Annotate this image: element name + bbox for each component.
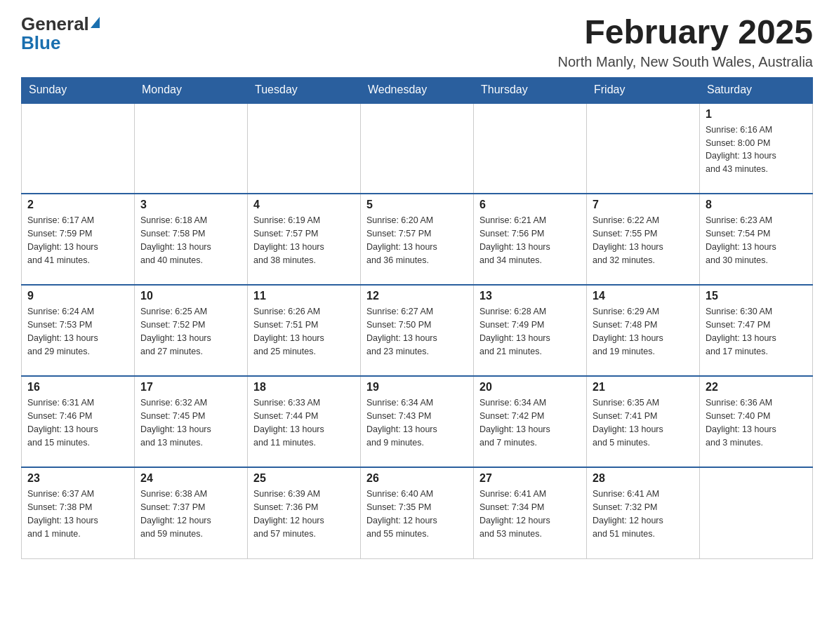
day-cell-1: 1Sunrise: 6:16 AM Sunset: 8:00 PM Daylig… <box>700 102 813 194</box>
empty-cell <box>700 467 813 558</box>
calendar-title: February 2025 <box>558 14 813 51</box>
day-number-18: 18 <box>253 381 355 394</box>
day-number-9: 9 <box>27 290 128 302</box>
day-info-14: Sunrise: 6:29 AM Sunset: 7:48 PM Dayligh… <box>593 305 694 358</box>
day-number-8: 8 <box>706 199 807 211</box>
empty-cell <box>361 102 474 194</box>
day-cell-28: 28Sunrise: 6:41 AM Sunset: 7:32 PM Dayli… <box>587 467 700 558</box>
week-row-4: 16Sunrise: 6:31 AM Sunset: 7:46 PM Dayli… <box>22 376 813 467</box>
day-number-24: 24 <box>140 472 241 485</box>
week-row-5: 23Sunrise: 6:37 AM Sunset: 7:38 PM Dayli… <box>22 467 813 558</box>
calendar-subtitle: North Manly, New South Wales, Australia <box>558 54 813 70</box>
day-cell-2: 2Sunrise: 6:17 AM Sunset: 7:59 PM Daylig… <box>22 194 135 285</box>
day-cell-18: 18Sunrise: 6:33 AM Sunset: 7:44 PM Dayli… <box>248 376 361 467</box>
logo-blue-text: Blue <box>21 33 100 53</box>
weekday-header-saturday: Saturday <box>700 77 813 102</box>
logo-triangle-icon <box>91 17 100 28</box>
day-number-4: 4 <box>253 199 355 211</box>
day-number-10: 10 <box>140 290 241 302</box>
day-info-10: Sunrise: 6:25 AM Sunset: 7:52 PM Dayligh… <box>140 305 241 358</box>
day-cell-9: 9Sunrise: 6:24 AM Sunset: 7:53 PM Daylig… <box>22 285 135 376</box>
day-number-3: 3 <box>140 199 241 211</box>
day-cell-25: 25Sunrise: 6:39 AM Sunset: 7:36 PM Dayli… <box>248 467 361 558</box>
day-number-2: 2 <box>27 199 128 211</box>
day-cell-22: 22Sunrise: 6:36 AM Sunset: 7:40 PM Dayli… <box>700 376 813 467</box>
day-cell-23: 23Sunrise: 6:37 AM Sunset: 7:38 PM Dayli… <box>22 467 135 558</box>
empty-cell <box>587 102 700 194</box>
day-number-14: 14 <box>593 290 694 302</box>
day-info-5: Sunrise: 6:20 AM Sunset: 7:57 PM Dayligh… <box>366 214 468 267</box>
day-number-12: 12 <box>366 290 468 302</box>
day-number-6: 6 <box>479 199 581 211</box>
day-cell-24: 24Sunrise: 6:38 AM Sunset: 7:37 PM Dayli… <box>135 467 248 558</box>
day-cell-13: 13Sunrise: 6:28 AM Sunset: 7:49 PM Dayli… <box>474 285 587 376</box>
week-row-2: 2Sunrise: 6:17 AM Sunset: 7:59 PM Daylig… <box>22 194 813 285</box>
day-info-15: Sunrise: 6:30 AM Sunset: 7:47 PM Dayligh… <box>706 305 807 358</box>
day-info-22: Sunrise: 6:36 AM Sunset: 7:40 PM Dayligh… <box>706 396 807 449</box>
day-number-21: 21 <box>593 381 694 394</box>
day-number-23: 23 <box>27 472 128 485</box>
day-number-20: 20 <box>479 381 581 394</box>
day-info-21: Sunrise: 6:35 AM Sunset: 7:41 PM Dayligh… <box>593 396 694 449</box>
day-info-1: Sunrise: 6:16 AM Sunset: 8:00 PM Dayligh… <box>706 123 807 176</box>
day-info-20: Sunrise: 6:34 AM Sunset: 7:42 PM Dayligh… <box>479 396 581 449</box>
day-number-5: 5 <box>366 199 468 211</box>
day-cell-5: 5Sunrise: 6:20 AM Sunset: 7:57 PM Daylig… <box>361 194 474 285</box>
weekday-header-tuesday: Tuesday <box>248 77 361 102</box>
day-number-13: 13 <box>479 290 581 302</box>
day-info-6: Sunrise: 6:21 AM Sunset: 7:56 PM Dayligh… <box>479 214 581 267</box>
day-number-28: 28 <box>593 472 694 485</box>
day-cell-7: 7Sunrise: 6:22 AM Sunset: 7:55 PM Daylig… <box>587 194 700 285</box>
day-info-19: Sunrise: 6:34 AM Sunset: 7:43 PM Dayligh… <box>366 396 468 449</box>
day-info-2: Sunrise: 6:17 AM Sunset: 7:59 PM Dayligh… <box>27 214 128 267</box>
day-info-8: Sunrise: 6:23 AM Sunset: 7:54 PM Dayligh… <box>706 214 807 267</box>
weekday-header-monday: Monday <box>135 77 248 102</box>
day-info-11: Sunrise: 6:26 AM Sunset: 7:51 PM Dayligh… <box>253 305 355 358</box>
day-cell-4: 4Sunrise: 6:19 AM Sunset: 7:57 PM Daylig… <box>248 194 361 285</box>
day-info-3: Sunrise: 6:18 AM Sunset: 7:58 PM Dayligh… <box>140 214 241 267</box>
day-number-1: 1 <box>706 108 807 121</box>
empty-cell <box>474 102 587 194</box>
logo-general-text: General <box>21 14 89 34</box>
day-info-25: Sunrise: 6:39 AM Sunset: 7:36 PM Dayligh… <box>253 488 355 540</box>
weekday-header-sunday: Sunday <box>22 77 135 102</box>
week-row-3: 9Sunrise: 6:24 AM Sunset: 7:53 PM Daylig… <box>22 285 813 376</box>
empty-cell <box>248 102 361 194</box>
day-info-18: Sunrise: 6:33 AM Sunset: 7:44 PM Dayligh… <box>253 396 355 449</box>
empty-cell <box>22 102 135 194</box>
day-number-26: 26 <box>366 472 468 485</box>
day-number-11: 11 <box>253 290 355 302</box>
day-number-22: 22 <box>706 381 807 394</box>
weekday-header-friday: Friday <box>587 77 700 102</box>
day-info-23: Sunrise: 6:37 AM Sunset: 7:38 PM Dayligh… <box>27 488 128 540</box>
day-cell-27: 27Sunrise: 6:41 AM Sunset: 7:34 PM Dayli… <box>474 467 587 558</box>
day-info-7: Sunrise: 6:22 AM Sunset: 7:55 PM Dayligh… <box>593 214 694 267</box>
day-number-19: 19 <box>366 381 468 394</box>
weekday-header-wednesday: Wednesday <box>361 77 474 102</box>
day-cell-14: 14Sunrise: 6:29 AM Sunset: 7:48 PM Dayli… <box>587 285 700 376</box>
day-number-15: 15 <box>706 290 807 302</box>
day-info-28: Sunrise: 6:41 AM Sunset: 7:32 PM Dayligh… <box>593 488 694 540</box>
day-info-16: Sunrise: 6:31 AM Sunset: 7:46 PM Dayligh… <box>27 396 128 449</box>
day-cell-26: 26Sunrise: 6:40 AM Sunset: 7:35 PM Dayli… <box>361 467 474 558</box>
day-cell-3: 3Sunrise: 6:18 AM Sunset: 7:58 PM Daylig… <box>135 194 248 285</box>
logo: General Blue <box>21 14 100 53</box>
day-cell-19: 19Sunrise: 6:34 AM Sunset: 7:43 PM Dayli… <box>361 376 474 467</box>
day-cell-8: 8Sunrise: 6:23 AM Sunset: 7:54 PM Daylig… <box>700 194 813 285</box>
weekday-header-thursday: Thursday <box>474 77 587 102</box>
calendar-table: SundayMondayTuesdayWednesdayThursdayFrid… <box>21 77 813 559</box>
day-cell-20: 20Sunrise: 6:34 AM Sunset: 7:42 PM Dayli… <box>474 376 587 467</box>
day-info-13: Sunrise: 6:28 AM Sunset: 7:49 PM Dayligh… <box>479 305 581 358</box>
day-cell-16: 16Sunrise: 6:31 AM Sunset: 7:46 PM Dayli… <box>22 376 135 467</box>
day-cell-17: 17Sunrise: 6:32 AM Sunset: 7:45 PM Dayli… <box>135 376 248 467</box>
day-info-17: Sunrise: 6:32 AM Sunset: 7:45 PM Dayligh… <box>140 396 241 449</box>
day-cell-11: 11Sunrise: 6:26 AM Sunset: 7:51 PM Dayli… <box>248 285 361 376</box>
day-cell-15: 15Sunrise: 6:30 AM Sunset: 7:47 PM Dayli… <box>700 285 813 376</box>
day-number-27: 27 <box>479 472 581 485</box>
day-cell-10: 10Sunrise: 6:25 AM Sunset: 7:52 PM Dayli… <box>135 285 248 376</box>
day-info-4: Sunrise: 6:19 AM Sunset: 7:57 PM Dayligh… <box>253 214 355 267</box>
day-number-25: 25 <box>253 472 355 485</box>
day-info-12: Sunrise: 6:27 AM Sunset: 7:50 PM Dayligh… <box>366 305 468 358</box>
day-info-26: Sunrise: 6:40 AM Sunset: 7:35 PM Dayligh… <box>366 488 468 540</box>
day-number-17: 17 <box>140 381 241 394</box>
